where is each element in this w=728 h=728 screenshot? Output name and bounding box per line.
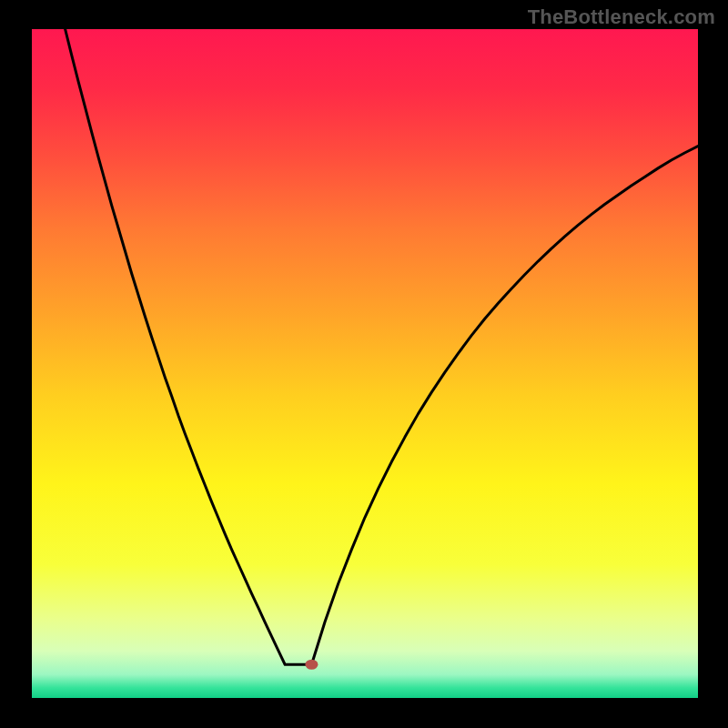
watermark-text: TheBottleneck.com [528,5,715,29]
chart-frame: TheBottleneck.com [0,0,728,728]
plot-background [32,29,698,698]
marker-point [305,660,318,670]
bottleneck-chart [0,0,728,728]
